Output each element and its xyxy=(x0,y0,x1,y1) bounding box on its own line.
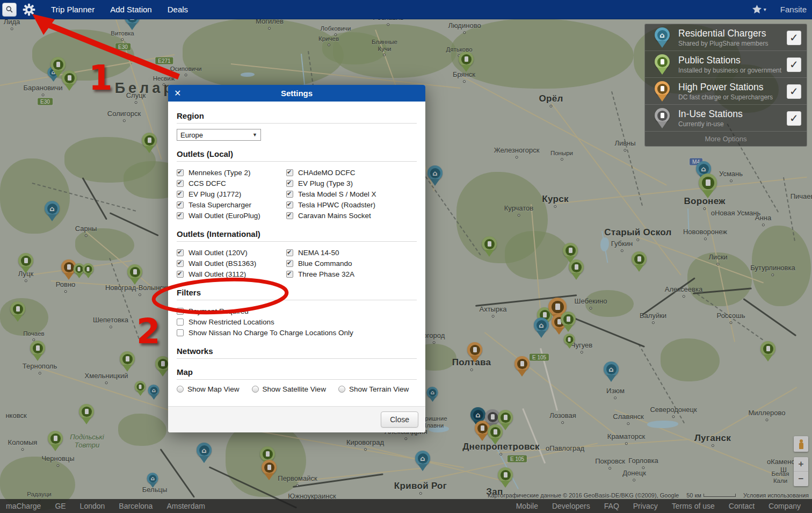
footer-link-barcelona[interactable]: Barcelona xyxy=(119,502,153,510)
legend-row-in-use-stations[interactable]: In-Use StationsCurrently in-use✓ xyxy=(645,105,807,132)
checkbox-label: Wall Outlet (3112) xyxy=(189,270,246,278)
checkbox-label: Payment Required xyxy=(189,307,249,315)
filter-checkbox-show-restricted-locations[interactable]: Show Restricted Locations xyxy=(177,316,417,327)
footer-link-company[interactable]: Company xyxy=(769,502,801,510)
footer-link-developers[interactable]: Developers xyxy=(552,502,590,510)
gear-icon xyxy=(23,3,35,16)
footer-link-ge[interactable]: GE xyxy=(55,502,66,510)
outlet-checkbox-ev-plug-j1772[interactable]: EV Plug (J1772) xyxy=(177,189,286,199)
radio-show-map-view[interactable]: Show Map View xyxy=(177,385,240,393)
legend-row-high-power-stations[interactable]: High Power StationsDC fast charge or Sup… xyxy=(645,78,807,105)
outlet-checkbox-chademo-dcfc[interactable]: CHAdeMO DCFC xyxy=(286,167,417,178)
region-select-value: Europe xyxy=(180,131,203,139)
outlet-checkbox-three-phase-32a[interactable]: Three Phase 32A xyxy=(286,269,417,279)
in-use-pin-icon xyxy=(650,108,674,128)
outlet-checkbox-ccs-dcfc[interactable]: CCS DCFC xyxy=(177,178,286,189)
checkbox xyxy=(177,260,184,267)
checkbox-label: Show Nissan No Charge To Charge Location… xyxy=(189,329,353,337)
outlet-checkbox-nema-14-50[interactable]: NEMA 14-50 xyxy=(286,247,417,258)
checkbox xyxy=(177,201,184,208)
public-pin-icon xyxy=(650,54,674,75)
outlet-checkbox-tesla-supercharger[interactable]: Tesla Supercharger xyxy=(177,199,286,210)
outlet-checkbox-tesla-model-s-model-x[interactable]: Tesla Model S / Model X xyxy=(286,189,417,199)
footer-link-faq[interactable]: FAQ xyxy=(604,502,619,510)
checkbox-label: Wall Outlet (120V) xyxy=(189,249,248,257)
filter-checkbox-show-nissan-no-charge-to-charge-locations-only[interactable]: Show Nissan No Charge To Charge Location… xyxy=(177,327,417,338)
footer-link-amsterdam[interactable]: Amsterdam xyxy=(166,502,205,510)
filter-checkbox-payment-required[interactable]: Payment Required xyxy=(177,306,417,316)
checkbox-label: Show Restricted Locations xyxy=(189,318,274,326)
outlet-checkbox-wall-outlet-120v[interactable]: Wall Outlet (120V) xyxy=(177,247,286,258)
dialog-header: ✕ Settings xyxy=(168,85,425,102)
dialog-title: Settings xyxy=(168,89,425,98)
region-select[interactable]: Europe ▼ xyxy=(177,129,261,141)
legend-checkbox[interactable]: ✓ xyxy=(787,111,801,126)
legend-checkbox[interactable]: ✓ xyxy=(787,84,801,99)
checkbox xyxy=(177,169,184,176)
section-heading-region: Region xyxy=(177,111,417,124)
outlets-local-group: Mennekes (Type 2)CCS DCFCEV Plug (J1772)… xyxy=(177,167,417,221)
checkbox xyxy=(177,308,184,315)
footer-link-london[interactable]: London xyxy=(80,502,105,510)
checkbox xyxy=(177,319,184,326)
outlet-checkbox-tesla-hpwc-roadster[interactable]: Tesla HPWC (Roadster) xyxy=(286,199,417,210)
legend-checkbox[interactable]: ✓ xyxy=(787,57,801,72)
footer-link-macharge[interactable]: maCharge xyxy=(6,502,41,510)
footer-bar: maChargeGELondonBarcelonaAmsterdam Mobil… xyxy=(0,499,812,513)
checkbox xyxy=(177,212,184,219)
footer-link-mobile[interactable]: Mobile xyxy=(516,502,538,510)
checkbox xyxy=(286,180,293,187)
close-button[interactable]: Close xyxy=(381,411,418,428)
outlet-checkbox-blue-commando[interactable]: Blue Commando xyxy=(286,258,417,269)
checkbox-label: Caravan Mains Socket xyxy=(298,212,371,220)
outlet-checkbox-wall-outlet-3112[interactable]: Wall Outlet (3112) xyxy=(177,269,286,279)
search-button[interactable] xyxy=(2,3,17,17)
outlet-checkbox-wall-outlet-europlug[interactable]: Wall Outlet (EuroPlug) xyxy=(177,210,286,221)
legend-subtitle: Currently in-use xyxy=(678,120,787,128)
footer-link-privacy[interactable]: Privacy xyxy=(633,502,658,510)
checkbox-label: Tesla Model S / Model X xyxy=(298,190,376,198)
high-power-pin-icon xyxy=(650,81,674,102)
outlet-checkbox-ev-plug-type-3[interactable]: EV Plug (Type 3) xyxy=(286,178,417,189)
close-icon[interactable]: ✕ xyxy=(174,88,181,98)
outlet-checkbox-caravan-mains-socket[interactable]: Caravan Mains Socket xyxy=(286,210,417,221)
nav-item-trip-planner[interactable]: Trip Planner xyxy=(51,5,95,14)
residential-pin-icon xyxy=(650,27,674,48)
legend-row-public-stations[interactable]: Public StationsInstalled by business or … xyxy=(645,51,807,78)
select-caret-icon: ▼ xyxy=(252,132,257,138)
legend-row-residential-chargers[interactable]: Residential ChargersShared by PlugShare … xyxy=(645,24,807,51)
radio-show-satellite-view[interactable]: Show Satellite View xyxy=(252,385,326,393)
plugshare-app: ЛидаВитовкаМогилёвРославльЛобковичиКриче… xyxy=(0,0,812,513)
fansite-link[interactable]: Fansite xyxy=(780,5,807,14)
favorites-menu[interactable]: ▾ xyxy=(751,4,766,15)
legend-subtitle: DC fast charge or Superchargers xyxy=(678,93,787,101)
footer-link-terms-of-use[interactable]: Terms of use xyxy=(672,502,715,510)
checkbox xyxy=(286,191,293,198)
top-nav-bar: Trip PlannerAdd StationDeals ▾ Fansite xyxy=(0,0,812,19)
checkbox-label: Wall Outlet (BS1363) xyxy=(189,259,256,268)
footer-link-contact[interactable]: Contact xyxy=(729,502,755,510)
legend-title: High Power Stations xyxy=(678,82,787,93)
nav-item-deals[interactable]: Deals xyxy=(168,5,188,14)
checkbox-label: Blue Commando xyxy=(298,259,352,268)
nav-item-add-station[interactable]: Add Station xyxy=(110,5,152,14)
radio-show-terrain-view[interactable]: Show Terrain View xyxy=(338,385,409,393)
checkbox-label: NEMA 14-50 xyxy=(298,249,339,257)
checkbox xyxy=(286,212,293,219)
outlet-checkbox-mennekes-type-2[interactable]: Mennekes (Type 2) xyxy=(177,167,286,178)
legend-checkbox[interactable]: ✓ xyxy=(787,31,801,45)
section-heading-map: Map xyxy=(177,367,417,380)
outlet-checkbox-wall-outlet-bs1363[interactable]: Wall Outlet (BS1363) xyxy=(177,258,286,269)
section-heading-outlets-international: Outlets (International) xyxy=(177,229,417,242)
settings-gear-button[interactable] xyxy=(23,3,35,16)
dialog-footer: Close xyxy=(168,406,425,432)
checkbox-label: CCS DCFC xyxy=(189,179,226,187)
settings-dialog: ✕ Settings Region Europe ▼ Outlets (Loca… xyxy=(168,85,425,432)
checkbox-label: Three Phase 32A xyxy=(298,270,354,278)
legend-subtitle: Shared by PlugShare members xyxy=(678,40,787,47)
checkbox xyxy=(177,249,184,256)
checkbox-label: Wall Outlet (EuroPlug) xyxy=(189,212,260,220)
legend-title: Public Stations xyxy=(678,55,787,66)
more-options-button[interactable]: More Options xyxy=(645,132,807,146)
checkbox xyxy=(286,169,293,176)
